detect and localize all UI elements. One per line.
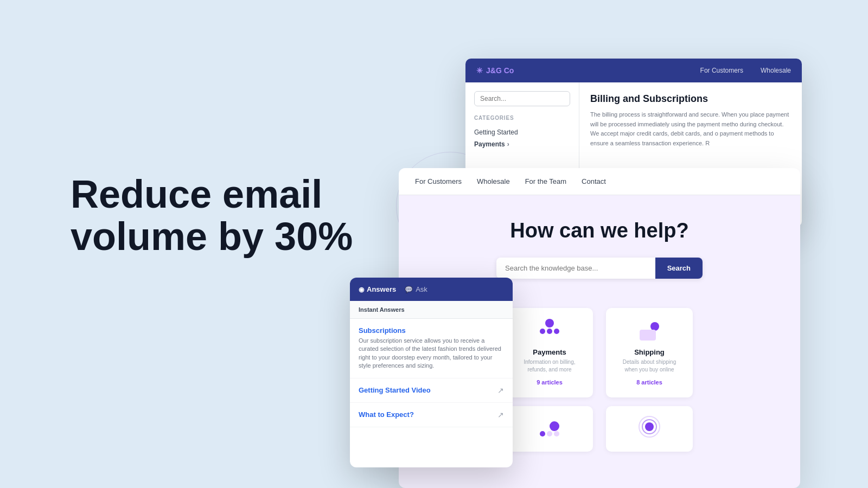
hc-card-sm-1[interactable] — [506, 406, 593, 452]
external-link-icon: ↗ — [497, 386, 504, 395]
kb-logo: ✳ J&G Co — [476, 66, 514, 75]
chat-item-desc: Our subscription service allows you to r… — [359, 337, 504, 370]
hc-card-shipping-count: 8 articles — [636, 379, 662, 386]
kb-logo-text: J&G Co — [486, 66, 514, 75]
chat-item-subscriptions[interactable]: Subscriptions Our subscription service a… — [350, 319, 513, 378]
shipping-icon — [637, 319, 661, 343]
hc-nav-contact[interactable]: Contact — [582, 177, 606, 185]
chat-link-getting-started-title: Getting Started Video — [359, 386, 431, 394]
hc-search-bar: Search — [496, 258, 703, 279]
kb-cat-chevron: › — [507, 140, 509, 148]
chat-link-getting-started[interactable]: Getting Started Video ↗ — [350, 378, 513, 403]
external-link-icon-2: ↗ — [497, 410, 504, 419]
hero-title: Reduce email volume by 30% — [71, 174, 374, 258]
hc-nav: For Customers Wholesale For the Team Con… — [399, 168, 800, 195]
chat-header: ◉ Answers 💬 Ask — [350, 278, 513, 301]
hc-card-shipping-desc: Details about shipping when you buy onli… — [617, 358, 682, 374]
hc-nav-wholesale[interactable]: Wholesale — [477, 177, 510, 185]
chat-section-label: Instant Answers — [350, 301, 513, 319]
chat-link-what-to-expect-title: What to Expect? — [359, 410, 414, 419]
kb-cat-payments[interactable]: Payments › — [474, 138, 570, 150]
hc-search-input[interactable] — [496, 258, 655, 279]
chat-tab-answers[interactable]: ◉ Answers — [359, 285, 396, 293]
target-icon — [637, 415, 661, 439]
hc-card-sm-2[interactable] — [606, 406, 693, 452]
chat-tab-ask[interactable]: 💬 Ask — [405, 285, 427, 293]
hc-hero-title: How can we help? — [415, 219, 784, 242]
hc-card-payments-title: Payments — [517, 348, 582, 356]
kb-categories-label: CATEGORIES — [474, 115, 570, 121]
hc-search-button[interactable]: Search — [655, 258, 703, 279]
hc-nav-customers[interactable]: For Customers — [415, 177, 462, 185]
kb-search-input[interactable] — [474, 91, 570, 106]
kb-nav-customers[interactable]: For Customers — [700, 67, 743, 74]
hero-section: Reduce email volume by 30% — [71, 174, 374, 258]
kb-nav: ✳ J&G Co For Customers Wholesale — [465, 59, 802, 82]
kb-cat-getting-started[interactable]: Getting Started — [474, 126, 570, 138]
kb-nav-wholesale[interactable]: Wholesale — [761, 67, 791, 74]
chat-link-what-to-expect[interactable]: What to Expect? ↗ — [350, 403, 513, 427]
hc-card-payments-desc: Information on billing, refunds, and mor… — [517, 358, 582, 374]
circle-icon — [538, 415, 561, 439]
hc-card-shipping-title: Shipping — [617, 348, 682, 356]
kb-logo-symbol: ✳ — [476, 66, 483, 75]
kb-content-body: The billing process is straightforward a… — [590, 110, 791, 148]
kb-content-title: Billing and Subscriptions — [590, 93, 791, 105]
chat-widget: ◉ Answers 💬 Ask Instant Answers Subscrip… — [350, 278, 513, 467]
hc-card-payments-count: 9 articles — [537, 379, 563, 386]
ask-icon: 💬 — [405, 286, 413, 293]
hc-nav-team[interactable]: For the Team — [525, 177, 566, 185]
answers-icon: ◉ — [359, 286, 364, 293]
chat-item-title: Subscriptions — [359, 326, 504, 335]
hc-card-payments[interactable]: Payments Information on billing, refunds… — [506, 308, 593, 397]
hc-card-shipping[interactable]: Shipping Details about shipping when you… — [606, 308, 693, 397]
payments-icon — [538, 319, 561, 343]
